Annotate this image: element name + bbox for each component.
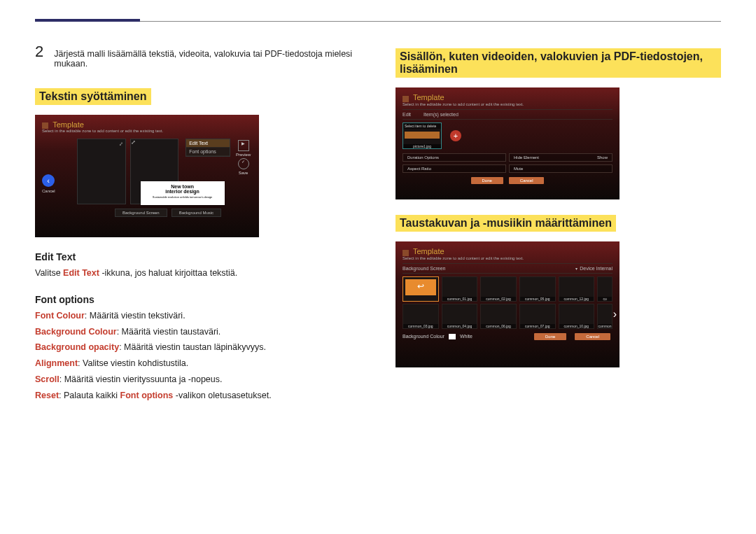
expand-icon: ⤢	[131, 139, 136, 146]
heading-text-input: Tekstin syöttäminen	[35, 88, 151, 105]
colour-swatch-white[interactable]	[449, 334, 456, 339]
thumb-row-1: common_01.jpg common_02.jpg common_05.jp…	[402, 276, 612, 302]
background-music-button[interactable]: Background Music	[172, 209, 221, 217]
thumb-item[interactable]: common_06.jpg	[480, 304, 517, 329]
layout-panel-left[interactable]: ⤢	[77, 139, 126, 204]
cancel-button[interactable]: ‹	[42, 174, 55, 187]
thumb-row-2: common_03.jpg common_04.jpg common_06.jp…	[402, 304, 612, 329]
edit-text-desc: Valitse Edit Text -ikkuna, jos haluat ki…	[35, 267, 360, 280]
hide-element[interactable]: Hide ElementShow	[509, 153, 612, 162]
opt-bg-opacity: Background opacity: Määritä viestin taus…	[35, 341, 360, 354]
done-button[interactable]: Done	[534, 333, 566, 340]
template-icon	[402, 250, 409, 256]
thumb-item[interactable]: common_05.jpg	[519, 276, 556, 302]
template-subtitle: Select in the editable zone to add conte…	[402, 102, 612, 106]
opt-font-colour: Font Colour: Määritä viestin tekstiväri.	[35, 309, 360, 323]
scroll-right-icon[interactable]: ›	[613, 308, 617, 321]
cancel-button[interactable]: Cancel	[509, 177, 545, 184]
save-label: Save	[234, 171, 252, 175]
figure-template-edit: Template Select in the editable zone to …	[35, 115, 259, 237]
template-title: Template	[413, 247, 444, 255]
template-title: Template	[52, 120, 84, 129]
context-font-options[interactable]: Font options	[186, 148, 230, 156]
context-menu: Edit Text Font options	[186, 139, 230, 157]
expand-icon: ⤢	[119, 141, 123, 147]
context-edit-text[interactable]: Edit Text	[186, 139, 230, 148]
duration-options[interactable]: Duration Options	[402, 153, 506, 162]
thumb-item[interactable]: common_01.jpg	[442, 276, 478, 302]
cancel-label: Cancel	[42, 189, 55, 193]
items-selected: Item(s) selected	[424, 112, 458, 117]
template-subtitle: Select in the editable zone to add conte…	[42, 129, 252, 133]
layout-panel-right[interactable]: ⤢ New town interior design Sustainable e…	[130, 139, 179, 204]
opt-alignment: Alignment: Valitse viestin kohdistustila…	[35, 357, 360, 370]
preview-label: Preview	[234, 153, 252, 157]
white-label: White	[460, 334, 472, 339]
selected-tile[interactable]: Select item to delete picture1.jpg	[402, 122, 442, 149]
thumb-item[interactable]: co	[597, 276, 612, 302]
thumb-item[interactable]: common_04.jpg	[442, 304, 478, 329]
background-screen-button[interactable]: Background Screen	[115, 209, 167, 217]
thumb-item[interactable]: common_07.jpg	[519, 304, 556, 329]
add-button[interactable]: +	[450, 130, 461, 141]
step-line: 2 Järjestä malli lisäämällä tekstiä, vid…	[35, 43, 360, 69]
aspect-ratio[interactable]: Aspect Ratio	[402, 164, 506, 173]
template-subtitle: Select in the editable zone to add conte…	[402, 256, 612, 260]
thumb-back[interactable]	[402, 276, 439, 302]
thumb-item[interactable]: common_02.jpg	[480, 276, 517, 302]
device-dropdown[interactable]: ▾Device Internal	[575, 266, 612, 271]
template-title: Template	[413, 93, 444, 101]
heading-set-background: Taustakuvan ja -musiikin määrittäminen	[396, 215, 616, 232]
step-number: 2	[35, 43, 43, 61]
edit-text-heading: Edit Text	[35, 251, 360, 262]
bg-screen-label: Background Screen	[402, 266, 445, 271]
save-icon[interactable]: ✓	[238, 158, 249, 169]
template-icon	[42, 122, 48, 129]
thumb-item[interactable]: common_12.jpg	[559, 276, 595, 302]
opt-scroll: Scroll: Määritä viestin vierityssuunta j…	[35, 373, 360, 386]
step-text: Järjestä malli lisäämällä tekstiä, video…	[54, 49, 360, 69]
done-button[interactable]: Done	[471, 177, 503, 184]
opt-reset: Reset: Palauta kaikki Font options -vali…	[35, 389, 360, 402]
bg-colour-label: Background Colour	[402, 334, 444, 339]
figure-add-content: Template Select in the editable zone to …	[396, 87, 620, 199]
thumb-item[interactable]: common_03.jpg	[402, 304, 439, 329]
thumb-item[interactable]: common	[597, 304, 612, 329]
edit-label: Edit	[402, 112, 411, 117]
thumb-item[interactable]: common_10.jpg	[559, 304, 595, 329]
text-caption-box: New town interior design Sustainable evo…	[141, 181, 225, 205]
opt-bg-colour: Background Colour: Määritä viestin taust…	[35, 325, 360, 339]
font-options-heading: Font options	[35, 294, 360, 305]
preview-icon[interactable]: ▶	[238, 140, 249, 151]
heading-add-content: Sisällön, kuten videoiden, valokuvien ja…	[396, 48, 721, 78]
tile-label: picture1.jpg	[403, 144, 441, 148]
mute-option[interactable]: Mute	[509, 164, 612, 173]
figure-background-selector: Template Select in the editable zone to …	[396, 241, 620, 367]
cancel-button[interactable]: Cancel	[575, 333, 610, 340]
template-icon	[402, 96, 409, 102]
